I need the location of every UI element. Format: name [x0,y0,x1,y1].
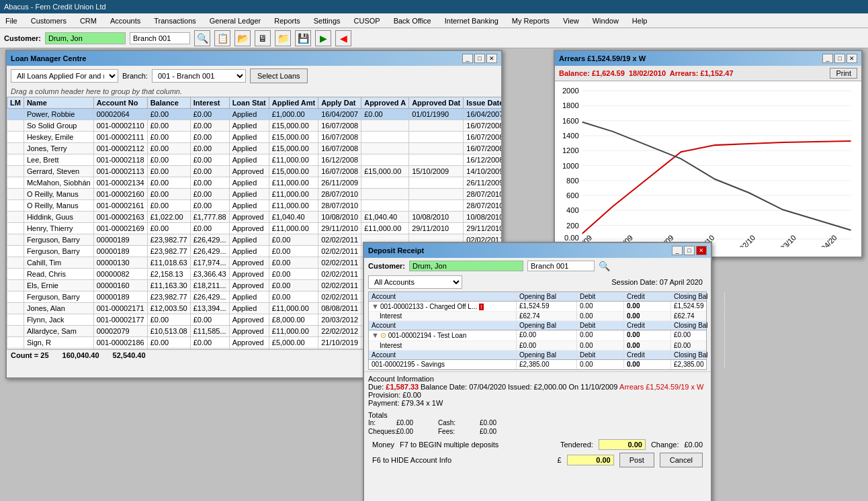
table-cell: £11,163.30 [147,280,190,291]
deposit-row-charged[interactable]: ▼001-00002133 - Charged Off L... ! £1,52… [369,302,706,312]
deposit-search-icon[interactable]: 🔍 [599,261,610,271]
maximize-btn[interactable]: □ [474,54,485,63]
menu-back-office[interactable]: Back Office [391,16,434,26]
col-balance[interactable]: Balance [147,97,190,109]
col-interest[interactable]: Interest [190,97,229,109]
customer-name-input[interactable] [45,32,126,44]
savings-credit: 0.00 [624,360,671,369]
toolbar-btn-4[interactable]: 📁 [275,30,291,46]
table-cell [7,257,24,269]
due-value: £1,587.33 [386,383,419,391]
chart-area: 2000 1800 1600 1400 1200 1000 800 600 40… [555,81,861,250]
table-cell: £1,022.00 [147,212,190,223]
testloan-interest-label: Interest [369,341,517,350]
table-cell: 29/11/2010 [318,223,361,234]
toolbar-btn-7[interactable]: ◀ [335,30,351,46]
menu-crm[interactable]: CRM [77,16,99,26]
totals-label: Totals [368,411,388,419]
menu-customers[interactable]: Customers [28,16,69,26]
post-button[interactable]: Post [619,453,654,467]
col-opening: Opening Bal [517,292,577,301]
deposit-branch-field[interactable] [527,261,595,271]
menu-window[interactable]: Window [590,16,621,26]
menu-general-ledger[interactable]: General Ledger [207,16,263,26]
table-cell: £11,000.00 [269,303,318,314]
col-issue[interactable]: Issue Date [464,97,501,109]
col-account2: Account [369,321,517,330]
toolbar-btn-3[interactable]: 🖥 [255,30,271,46]
menu-accounts[interactable]: Accounts [107,16,143,26]
menu-my-reports[interactable]: My Reports [509,16,552,26]
table-cell [409,189,464,200]
toolbar-btn-6[interactable]: ▶ [315,30,331,46]
loans-filter-select[interactable]: All Loans Applied For and not Issued [11,69,118,83]
deposit-row-testloan-interest[interactable]: Interest £0.00 0.00 0.00 £0.00 [369,341,706,351]
charged-int-closing: £62.74 [671,312,725,320]
deposit-row-savings[interactable]: 001-00002195 - Savings £2,385.00 0.00 0.… [369,360,706,369]
menu-settings[interactable]: Settings [311,16,343,26]
toolbar-btn-1[interactable]: 📋 [214,30,230,46]
print-button[interactable]: Print [830,68,857,79]
col-applied[interactable]: Applied Amt [269,97,318,109]
table-cell: £0.00 [190,314,229,326]
deposit-customer-name[interactable] [409,261,523,271]
table-cell [361,143,409,154]
toolbar-btn-2[interactable]: 📂 [234,30,251,46]
col-name[interactable]: Name [24,97,93,109]
arrears-minimize[interactable]: _ [822,54,833,63]
menu-view[interactable]: View [560,16,582,26]
cheques-label: Cheques: [368,428,395,435]
branch-select[interactable]: 001 - Branch 001 [152,69,246,83]
table-cell: 001-00002111 [93,132,147,143]
table-cell: 001-00002163 [93,212,147,223]
menu-internet-banking[interactable]: Internet Banking [442,16,501,26]
cancel-button[interactable]: Cancel [660,453,703,467]
table-cell: £26,429... [190,246,229,257]
table-cell: £26,429... [190,234,229,246]
menu-cusop[interactable]: CUSOP [351,16,383,26]
table-cell: Power, Robbie [24,109,93,120]
arrears-close[interactable]: ✕ [847,54,857,63]
branch-field[interactable] [130,32,190,44]
arrears-maximize[interactable]: □ [834,54,845,63]
table-cell: 001-00002177 [93,314,147,326]
deposit-row-testloan[interactable]: ▼⊙ 001-00002194 - Test Loan £0.00 0.00 0… [369,330,706,341]
deposit-row-charged-interest[interactable]: Interest £62.74 0.00 0.00 £62.74 [369,312,706,321]
col-applydate[interactable]: Apply Dat [318,97,361,109]
col-status[interactable]: Loan Stat [229,97,269,109]
table-cell: 001-00002134 [93,177,147,189]
close-btn[interactable]: ✕ [486,54,497,63]
deposit-close[interactable]: ✕ [696,246,707,255]
col-approved-amt[interactable]: Approved A [361,97,409,109]
deposit-maximize[interactable]: □ [684,246,695,255]
menu-help[interactable]: Help [630,16,650,26]
col-debit2: Debit [577,321,624,330]
amount-input[interactable] [567,455,614,465]
menu-file[interactable]: File [3,16,20,26]
deposit-accounts-filter[interactable]: All Accounts [368,275,462,289]
table-cell: £11,018.63 [147,257,190,269]
col-approved-date[interactable]: Approved Dat [409,97,464,109]
deposit-minimize[interactable]: _ [672,246,683,255]
col-account[interactable]: Account No [93,97,147,109]
table-cell: 02/02/2011 [318,269,361,280]
charged-opening: £1,524.59 [517,302,577,311]
col-lm[interactable]: LM [7,97,24,109]
f6-hint: F6 to HIDE Account Info [372,456,451,464]
drag-hint: Drag a column header here to group by th… [7,86,501,97]
menu-reports[interactable]: Reports [271,16,303,26]
toolbar-btn-5[interactable]: 💾 [295,30,311,46]
menu-transactions[interactable]: Transactions [151,16,199,26]
testloan-int-credit: 0.00 [624,341,671,350]
table-cell: £0.00 [147,132,190,143]
col-account: Account [369,292,517,301]
minimize-btn[interactable]: _ [462,54,473,63]
table-cell: 10/08/2010 [409,212,464,223]
select-loans-button[interactable]: Select Loans [250,69,308,83]
table-cell: £10,513.08 [147,326,190,337]
table-cell [409,154,464,166]
table-cell: Approved [229,337,269,349]
balance-date-label: Balance Date: [421,383,469,391]
tendered-input[interactable] [599,439,646,450]
search-button[interactable]: 🔍 [194,30,210,46]
